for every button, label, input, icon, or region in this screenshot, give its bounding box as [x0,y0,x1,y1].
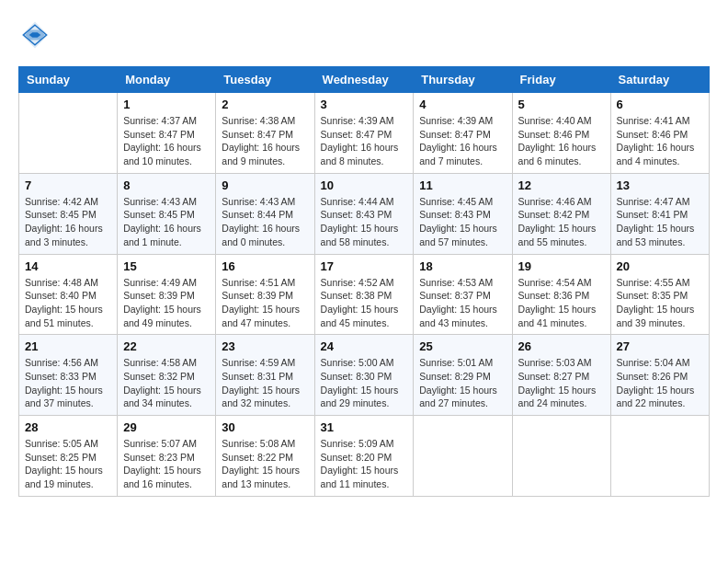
calendar-cell: 1Sunrise: 4:37 AM Sunset: 8:47 PM Daylig… [118,93,216,174]
day-number: 21 [25,339,111,353]
day-number: 17 [321,259,408,273]
day-number: 7 [25,178,111,192]
logo-icon [18,18,51,52]
day-info: Sunrise: 4:43 AM Sunset: 8:45 PM Dayligh… [123,195,210,249]
day-number: 1 [123,98,210,111]
day-number: 25 [419,339,506,353]
day-number: 22 [123,339,210,353]
calendar-cell [512,416,610,497]
day-number: 20 [617,259,703,273]
day-info: Sunrise: 4:59 AM Sunset: 8:31 PM Dayligh… [222,356,308,410]
day-info: Sunrise: 4:55 AM Sunset: 8:35 PM Dayligh… [617,276,703,330]
day-number: 24 [321,339,408,353]
calendar-cell: 12Sunrise: 4:46 AM Sunset: 8:42 PM Dayli… [512,173,610,254]
day-info: Sunrise: 4:53 AM Sunset: 8:37 PM Dayligh… [419,276,506,330]
calendar-cell: 6Sunrise: 4:41 AM Sunset: 8:46 PM Daylig… [610,93,709,174]
calendar-week-3: 14Sunrise: 4:48 AM Sunset: 8:40 PM Dayli… [19,254,710,335]
calendar-cell: 9Sunrise: 4:43 AM Sunset: 8:44 PM Daylig… [216,173,314,254]
calendar-cell: 21Sunrise: 4:56 AM Sunset: 8:33 PM Dayli… [19,335,118,416]
calendar-week-1: 1Sunrise: 4:37 AM Sunset: 8:47 PM Daylig… [19,93,710,174]
day-info: Sunrise: 4:39 AM Sunset: 8:47 PM Dayligh… [419,114,506,168]
day-number: 18 [419,259,506,273]
calendar-cell: 7Sunrise: 4:42 AM Sunset: 8:45 PM Daylig… [19,173,118,254]
day-info: Sunrise: 5:04 AM Sunset: 8:26 PM Dayligh… [617,356,703,410]
day-number: 13 [617,178,703,192]
calendar-cell: 4Sunrise: 4:39 AM Sunset: 8:47 PM Daylig… [414,93,512,174]
calendar-cell: 16Sunrise: 4:51 AM Sunset: 8:39 PM Dayli… [216,254,314,335]
day-info: Sunrise: 4:48 AM Sunset: 8:40 PM Dayligh… [25,276,111,330]
calendar-cell: 8Sunrise: 4:43 AM Sunset: 8:45 PM Daylig… [118,173,216,254]
day-number: 23 [222,339,308,353]
day-number: 9 [222,178,308,192]
day-number: 15 [123,259,210,273]
calendar-cell: 24Sunrise: 5:00 AM Sunset: 8:30 PM Dayli… [314,335,414,416]
logo [18,18,55,52]
calendar-cell: 22Sunrise: 4:58 AM Sunset: 8:32 PM Dayli… [118,335,216,416]
calendar-cell: 26Sunrise: 5:03 AM Sunset: 8:27 PM Dayli… [512,335,610,416]
day-info: Sunrise: 5:09 AM Sunset: 8:20 PM Dayligh… [321,437,408,491]
day-info: Sunrise: 4:38 AM Sunset: 8:47 PM Dayligh… [222,114,308,168]
calendar-cell: 20Sunrise: 4:55 AM Sunset: 8:35 PM Dayli… [610,254,709,335]
day-info: Sunrise: 4:54 AM Sunset: 8:36 PM Dayligh… [518,276,605,330]
day-info: Sunrise: 4:47 AM Sunset: 8:41 PM Dayligh… [617,195,703,249]
day-info: Sunrise: 5:07 AM Sunset: 8:23 PM Dayligh… [123,437,210,491]
day-number: 3 [321,98,408,111]
weekday-header-friday: Friday [512,67,610,93]
day-info: Sunrise: 5:05 AM Sunset: 8:25 PM Dayligh… [25,437,111,491]
day-info: Sunrise: 4:40 AM Sunset: 8:46 PM Dayligh… [518,114,605,168]
day-info: Sunrise: 4:44 AM Sunset: 8:43 PM Dayligh… [321,195,408,249]
day-info: Sunrise: 4:51 AM Sunset: 8:39 PM Dayligh… [222,276,308,330]
calendar-week-2: 7Sunrise: 4:42 AM Sunset: 8:45 PM Daylig… [19,173,710,254]
calendar-week-5: 28Sunrise: 5:05 AM Sunset: 8:25 PM Dayli… [19,416,710,497]
day-number: 26 [518,339,605,353]
day-info: Sunrise: 4:56 AM Sunset: 8:33 PM Dayligh… [25,356,111,410]
day-number: 30 [222,420,308,434]
day-info: Sunrise: 4:39 AM Sunset: 8:47 PM Dayligh… [321,114,408,168]
calendar-cell [414,416,512,497]
calendar-cell [19,93,118,174]
day-info: Sunrise: 4:42 AM Sunset: 8:45 PM Dayligh… [25,195,111,249]
day-info: Sunrise: 4:52 AM Sunset: 8:38 PM Dayligh… [321,276,408,330]
calendar-cell: 5Sunrise: 4:40 AM Sunset: 8:46 PM Daylig… [512,93,610,174]
day-number: 10 [321,178,408,192]
day-number: 2 [222,98,308,111]
weekday-header-thursday: Thursday [414,67,512,93]
calendar-cell: 15Sunrise: 4:49 AM Sunset: 8:39 PM Dayli… [118,254,216,335]
calendar-cell: 2Sunrise: 4:38 AM Sunset: 8:47 PM Daylig… [216,93,314,174]
day-info: Sunrise: 4:58 AM Sunset: 8:32 PM Dayligh… [123,356,210,410]
calendar-cell: 17Sunrise: 4:52 AM Sunset: 8:38 PM Dayli… [314,254,414,335]
day-number: 6 [617,98,703,111]
calendar-cell [610,416,709,497]
day-info: Sunrise: 4:41 AM Sunset: 8:46 PM Dayligh… [617,114,703,168]
day-number: 14 [25,259,111,273]
day-info: Sunrise: 5:00 AM Sunset: 8:30 PM Dayligh… [321,356,408,410]
day-number: 27 [617,339,703,353]
weekday-header-tuesday: Tuesday [216,67,314,93]
day-number: 16 [222,259,308,273]
day-info: Sunrise: 4:43 AM Sunset: 8:44 PM Dayligh… [222,195,308,249]
day-number: 12 [518,178,605,192]
calendar-cell: 19Sunrise: 4:54 AM Sunset: 8:36 PM Dayli… [512,254,610,335]
day-info: Sunrise: 5:01 AM Sunset: 8:29 PM Dayligh… [419,356,506,410]
calendar-cell: 3Sunrise: 4:39 AM Sunset: 8:47 PM Daylig… [314,93,414,174]
calendar-cell: 28Sunrise: 5:05 AM Sunset: 8:25 PM Dayli… [19,416,118,497]
calendar-week-4: 21Sunrise: 4:56 AM Sunset: 8:33 PM Dayli… [19,335,710,416]
calendar-cell: 14Sunrise: 4:48 AM Sunset: 8:40 PM Dayli… [19,254,118,335]
day-info: Sunrise: 5:03 AM Sunset: 8:27 PM Dayligh… [518,356,605,410]
day-number: 28 [25,420,111,434]
day-info: Sunrise: 4:46 AM Sunset: 8:42 PM Dayligh… [518,195,605,249]
day-number: 5 [518,98,605,111]
weekday-header-saturday: Saturday [610,67,709,93]
day-number: 8 [123,178,210,192]
calendar-cell: 13Sunrise: 4:47 AM Sunset: 8:41 PM Dayli… [610,173,709,254]
calendar-cell: 27Sunrise: 5:04 AM Sunset: 8:26 PM Dayli… [610,335,709,416]
day-info: Sunrise: 4:49 AM Sunset: 8:39 PM Dayligh… [123,276,210,330]
day-info: Sunrise: 4:37 AM Sunset: 8:47 PM Dayligh… [123,114,210,168]
day-number: 31 [321,420,408,434]
day-number: 11 [419,178,506,192]
weekday-header-monday: Monday [118,67,216,93]
weekday-header-sunday: Sunday [19,67,118,93]
calendar-cell: 10Sunrise: 4:44 AM Sunset: 8:43 PM Dayli… [314,173,414,254]
calendar-cell: 18Sunrise: 4:53 AM Sunset: 8:37 PM Dayli… [414,254,512,335]
weekday-header-wednesday: Wednesday [314,67,414,93]
